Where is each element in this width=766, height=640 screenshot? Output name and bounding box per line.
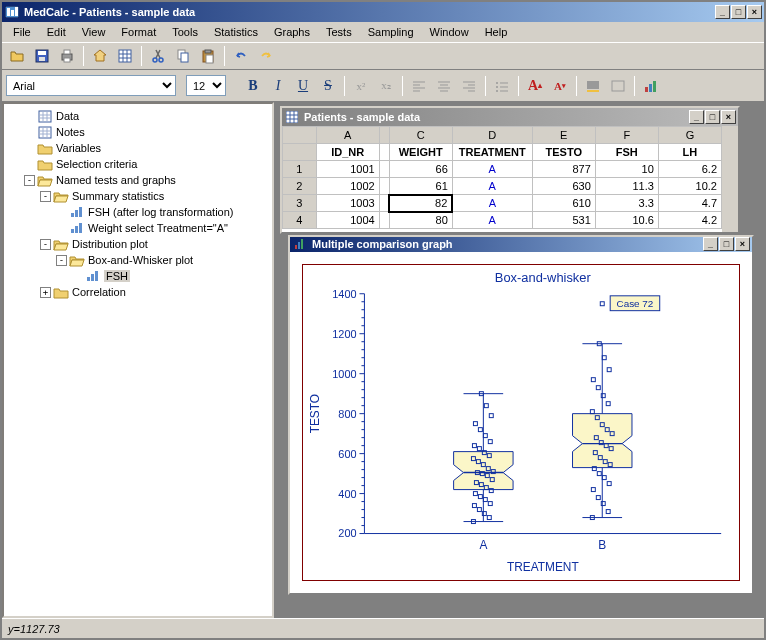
svg-rect-128: [478, 494, 482, 498]
menu-window[interactable]: Window: [423, 24, 476, 40]
font-size-select[interactable]: 12: [186, 75, 226, 96]
print-button[interactable]: [56, 45, 78, 67]
svg-rect-70: [295, 245, 297, 249]
data-window-titlebar[interactable]: Patients - sample data _□×: [282, 108, 738, 126]
save-button[interactable]: [31, 45, 53, 67]
menu-file[interactable]: File: [6, 24, 38, 40]
data-window[interactable]: Patients - sample data _□× ACDEFGID_NRWE…: [280, 106, 740, 234]
tree-item[interactable]: FSH (after log transformation): [8, 204, 268, 220]
tree-item[interactable]: -Named tests and graphs: [8, 172, 268, 188]
tree-item[interactable]: -Distribution plot: [8, 236, 268, 252]
svg-rect-57: [75, 210, 78, 217]
tree-item[interactable]: FSH: [8, 268, 268, 284]
svg-rect-2: [11, 10, 14, 16]
italic-button[interactable]: I: [267, 75, 289, 97]
copy-button[interactable]: [172, 45, 194, 67]
child-minimize-button[interactable]: _: [703, 237, 718, 251]
folder-icon: [37, 157, 53, 171]
svg-rect-18: [181, 53, 188, 62]
svg-text:200: 200: [338, 527, 356, 539]
svg-rect-20: [205, 50, 211, 53]
tree-item[interactable]: +Correlation: [8, 284, 268, 300]
svg-rect-61: [79, 223, 82, 233]
minimize-button[interactable]: _: [715, 5, 730, 19]
tree-item[interactable]: -Summary statistics: [8, 188, 268, 204]
child-minimize-button[interactable]: _: [689, 110, 704, 124]
tree-item[interactable]: Selection criteria: [8, 156, 268, 172]
subscript-button[interactable]: x₂: [375, 75, 397, 97]
underline-button[interactable]: U: [292, 75, 314, 97]
menu-sampling[interactable]: Sampling: [361, 24, 421, 40]
tree-item[interactable]: -Box-and-Whisker plot: [8, 252, 268, 268]
tree-label: Box-and-Whisker plot: [88, 254, 193, 266]
tree-item[interactable]: Notes: [8, 124, 268, 140]
open-button[interactable]: [6, 45, 28, 67]
tree-toggle[interactable]: -: [24, 175, 35, 186]
chart-icon: [69, 205, 85, 219]
paste-button[interactable]: [197, 45, 219, 67]
spreadsheet[interactable]: ACDEFGID_NRWEIGHTTREATMENTTESTOFSHLH1100…: [282, 126, 738, 232]
svg-rect-65: [286, 111, 298, 123]
svg-rect-21: [206, 55, 213, 63]
tree-label: Data: [56, 110, 79, 122]
tree-toggle[interactable]: -: [56, 255, 67, 266]
graph-window[interactable]: Multiple comparison graph _□× Box-and-wh…: [288, 235, 754, 595]
tree-item[interactable]: Data: [8, 108, 268, 124]
align-left-button[interactable]: [408, 75, 430, 97]
app-title: MedCalc - Patients - sample data: [24, 6, 195, 18]
superscript-button[interactable]: x²: [350, 75, 372, 97]
menu-format[interactable]: Format: [114, 24, 163, 40]
tree-label: FSH: [104, 270, 130, 282]
bullets-button[interactable]: [491, 75, 513, 97]
menu-tests[interactable]: Tests: [319, 24, 359, 40]
svg-rect-164: [591, 487, 595, 491]
svg-rect-152: [484, 404, 488, 408]
tree-toggle[interactable]: +: [40, 287, 51, 298]
statusbar: y=1127.73: [2, 618, 764, 638]
child-maximize-button[interactable]: □: [719, 237, 734, 251]
menu-help[interactable]: Help: [478, 24, 515, 40]
redo-button[interactable]: [255, 45, 277, 67]
fill-color-button[interactable]: [582, 75, 604, 97]
align-center-button[interactable]: [433, 75, 455, 97]
close-button[interactable]: ×: [747, 5, 762, 19]
svg-rect-167: [597, 471, 601, 475]
maximize-button[interactable]: □: [731, 5, 746, 19]
grid-button[interactable]: [114, 45, 136, 67]
menu-tools[interactable]: Tools: [165, 24, 205, 40]
tree-item[interactable]: Variables: [8, 140, 268, 156]
tree-sidebar[interactable]: DataNotesVariablesSelection criteria-Nam…: [2, 102, 274, 618]
plot-area[interactable]: Box-and-whisker200400600800100012001400T…: [290, 252, 752, 593]
align-right-button[interactable]: [458, 75, 480, 97]
tree-label: Weight select Treatment="A": [88, 222, 228, 234]
menu-graphs[interactable]: Graphs: [267, 24, 317, 40]
folder-open-icon: [37, 173, 53, 187]
child-maximize-button[interactable]: □: [705, 110, 720, 124]
home-button[interactable]: [89, 45, 111, 67]
graph-window-titlebar[interactable]: Multiple comparison graph _□×: [290, 237, 752, 252]
folder-open-icon: [69, 253, 85, 267]
menu-view[interactable]: View: [75, 24, 113, 40]
font-increase-button[interactable]: A▴: [524, 75, 546, 97]
tree-item[interactable]: Weight select Treatment="A": [8, 220, 268, 236]
undo-button[interactable]: [230, 45, 252, 67]
strikethrough-button[interactable]: S: [317, 75, 339, 97]
font-select[interactable]: Arial: [6, 75, 176, 96]
child-close-button[interactable]: ×: [735, 237, 750, 251]
menu-edit[interactable]: Edit: [40, 24, 73, 40]
tree-toggle[interactable]: -: [40, 191, 51, 202]
chart-button[interactable]: [640, 75, 662, 97]
data-window-title: Patients - sample data: [304, 111, 420, 123]
vertical-scrollbar[interactable]: [722, 126, 738, 232]
child-close-button[interactable]: ×: [721, 110, 736, 124]
svg-rect-127: [483, 497, 487, 501]
bold-button[interactable]: B: [242, 75, 264, 97]
tree-toggle[interactable]: -: [40, 239, 51, 250]
font-decrease-button[interactable]: A▾: [549, 75, 571, 97]
cut-button[interactable]: [147, 45, 169, 67]
menu-statistics[interactable]: Statistics: [207, 24, 265, 40]
svg-rect-42: [612, 81, 624, 91]
tree-label: Summary statistics: [72, 190, 164, 202]
folder-open-icon: [53, 189, 69, 203]
border-button[interactable]: [607, 75, 629, 97]
